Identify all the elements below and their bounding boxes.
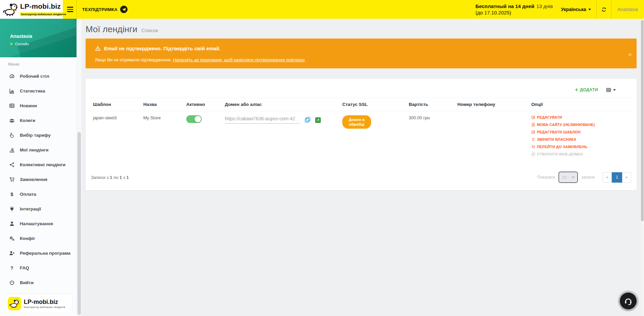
language-selector[interactable]: Українська (557, 0, 596, 19)
col-header-active: Активно (184, 98, 222, 111)
cogs-icon (9, 236, 15, 241)
sidebar: Anastasia Онлайн Меню Робочий стіл Стати… (0, 19, 77, 316)
sidebar-scrollbar[interactable] (77, 19, 82, 316)
cell-template: japan-steel3 (90, 111, 141, 164)
user-plus-icon (9, 250, 15, 256)
support-link[interactable]: ТЕХПІДТРИМКА (82, 0, 128, 19)
plan-days-left: 13 днів (536, 3, 553, 9)
records-info: Записи з 1 по 1 з 1 (91, 175, 129, 180)
active-toggle[interactable] (186, 115, 202, 123)
language-label: Українська (561, 7, 586, 12)
table-row: japan-steel3 My Store (90, 111, 632, 164)
domain-input[interactable] (225, 115, 300, 124)
cell-price: 300.00 грн (406, 111, 455, 164)
sidebar-item-config[interactable]: Конфіг (0, 231, 77, 246)
brand-title: LP-mobi.biz (20, 2, 67, 10)
sidebar-menu: Меню Робочий стіл Статистика Новини Коле… (0, 57, 77, 290)
dollar-icon (9, 191, 15, 197)
brand-subtitle: Конструктор мобильных лендингов (20, 12, 67, 16)
sidebar-footer-logo[interactable]: LP-mobi.biz Конструктор мобільних лендін… (5, 294, 72, 313)
copy-icon[interactable] (304, 117, 311, 123)
sidebar-item-logout[interactable]: Вийти (0, 275, 77, 290)
landings-table: Шаблон Назва Активно Домен або аліас Ста… (90, 98, 632, 164)
col-header-options: Опції (529, 98, 632, 111)
page-size-select[interactable]: 20 (558, 172, 578, 183)
columns-toggle-button[interactable] (606, 87, 616, 92)
show-label: Показати (537, 175, 555, 180)
edit-icon (531, 115, 535, 119)
hand-pointer-icon (9, 132, 15, 138)
pagination: « 1 » (603, 172, 631, 183)
plan-until: (до 17.10.2025) (476, 9, 553, 16)
online-dot-icon (10, 43, 13, 45)
newspaper-icon (9, 103, 15, 109)
plan-info: Бесплатный на 14 дней13 днів (до 17.10.2… (476, 0, 558, 19)
scrollbar-thumb[interactable] (78, 132, 81, 315)
cart-icon (531, 145, 535, 149)
sidebar-item-tariff[interactable]: Вибір тарифу (0, 128, 77, 142)
dashboard-icon (9, 73, 15, 79)
main-content: Мої лендінги Список Email не підтверджен… (82, 19, 641, 316)
menu-section-label: Меню (0, 62, 77, 69)
cell-options: РЕДАГУВАТИ МОВА САЙТУ (НЕЗМІНЮВАНЕ) РЕДА… (529, 111, 632, 164)
col-header-domain: Домен або аліас (222, 98, 340, 111)
col-header-phone: Номер телефону (455, 98, 529, 111)
cart-icon (9, 177, 15, 182)
add-button[interactable]: + ДОДАТИ (575, 87, 598, 92)
cell-name: My Store (141, 111, 184, 164)
sidebar-item-news[interactable]: Новини (0, 98, 77, 113)
sidebar-item-faq[interactable]: FAQ (0, 260, 77, 275)
option-edit-template[interactable]: РЕДАГУВАТИ ШАБЛОН (531, 130, 629, 134)
pagination-page-1[interactable]: 1 (612, 172, 622, 183)
refresh-button[interactable] (596, 0, 611, 19)
brand-logo[interactable]: LP-mobi.biz Конструктор мобильных лендин… (0, 0, 63, 19)
resend-confirmation-link[interactable]: Натисніть це посилання, щоб надіслати пі… (173, 57, 305, 62)
topbar-divider (77, 0, 77, 19)
col-header-ssl: Статус SSL (340, 98, 406, 111)
topbar-username[interactable]: Anastasia (611, 0, 644, 19)
sidebar-item-statistics[interactable]: Статистика (0, 83, 77, 98)
option-site-language[interactable]: МОВА САЙТУ (НЕЗМІНЮВАНЕ) (531, 123, 629, 127)
clone-icon (531, 152, 535, 156)
page-title: Мої лендінги (86, 24, 137, 35)
records-label: записи (581, 175, 595, 180)
external-link-icon[interactable] (315, 117, 321, 123)
plug-icon (9, 206, 15, 212)
sidebar-item-settings[interactable]: Налаштування (0, 216, 77, 231)
option-edit[interactable]: РЕДАГУВАТИ (531, 115, 629, 119)
sidebar-item-collective-landings[interactable]: Колективні лендінги (0, 157, 77, 172)
option-change-owner[interactable]: ЗМІНИТИ ВЛАСНИКА (531, 137, 629, 141)
option-go-to-orders[interactable]: ПЕРЕЙТИ ДО ЗАМОВЛЕНЬ (531, 145, 629, 149)
sidebar-item-integrations[interactable]: Інтеграції (0, 201, 77, 216)
warning-icon (95, 46, 101, 51)
cell-phone (455, 111, 529, 164)
hamburger-menu-icon[interactable] (66, 5, 75, 14)
sidebar-item-my-landings[interactable]: Мої лендінги (0, 142, 77, 157)
sidebar-item-colleagues[interactable]: Колеги (0, 113, 77, 128)
table-grid-icon (606, 87, 611, 92)
page-scrollbar[interactable] (641, 19, 644, 316)
dog-mascot-icon (8, 297, 21, 310)
sidebar-item-referral[interactable]: Реферальна програма (0, 246, 77, 260)
close-icon[interactable]: × (628, 51, 632, 58)
sidebar-item-dashboard[interactable]: Робочий стіл (0, 69, 77, 83)
chat-widget-button[interactable] (618, 291, 639, 311)
pagination-next-button[interactable]: » (622, 172, 631, 183)
telegram-icon[interactable] (120, 6, 128, 13)
ssl-status-badge: Домен в обробці (342, 115, 371, 129)
sidebar-user-status: Онлайн (10, 42, 77, 46)
plan-name: Бесплатный на 14 дней (476, 3, 534, 9)
email-warning-alert: Email не підтверджено. Підтвердіть свій … (86, 39, 637, 68)
bar-chart-icon (9, 88, 15, 94)
sidebar-item-payment[interactable]: Оплата (0, 187, 77, 201)
scrollbar-thumb[interactable] (641, 20, 644, 221)
question-icon (9, 265, 15, 271)
landings-panel: + ДОДАТИ Шаблон Назва Активно (86, 79, 637, 190)
users-icon (9, 118, 15, 123)
footer-brand-subtitle: Конструктор мобільних лендінгів (24, 306, 65, 308)
pagination-prev-button[interactable]: « (603, 172, 612, 183)
exchange-icon (531, 137, 535, 141)
support-label: ТЕХПІДТРИМКА (82, 7, 117, 12)
app-window: LP-mobi.biz Конструктор мобильных лендин… (0, 0, 644, 316)
sidebar-item-orders[interactable]: Замовлення (0, 172, 77, 187)
